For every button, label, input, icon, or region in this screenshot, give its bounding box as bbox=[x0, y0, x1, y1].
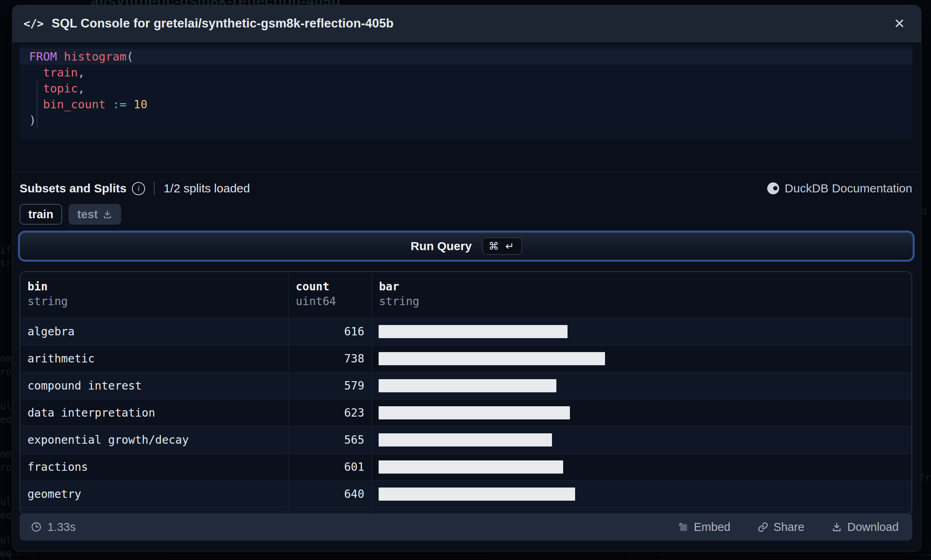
column-name: count bbox=[296, 279, 364, 294]
subsets-title: Subsets and Splits bbox=[20, 182, 126, 195]
background-fragment: d bbox=[921, 206, 927, 217]
info-icon[interactable]: i bbox=[132, 182, 145, 195]
bin-cell: compound interest bbox=[20, 372, 288, 399]
table-row[interactable]: arithmetic738 bbox=[20, 345, 911, 372]
download-icon bbox=[831, 522, 842, 533]
background-fragment: ro bbox=[0, 366, 12, 378]
background-fragment: ul bbox=[0, 535, 12, 546]
clock-icon bbox=[31, 521, 42, 533]
column-header-bar[interactable]: bar string bbox=[371, 272, 911, 318]
column-header-count[interactable]: count uint64 bbox=[288, 272, 371, 318]
table-row[interactable]: geometry640 bbox=[20, 480, 911, 507]
count-cell: 579 bbox=[288, 372, 371, 399]
split-train-label: train bbox=[28, 208, 53, 221]
splits-loaded-status: 1/2 splits loaded bbox=[163, 182, 250, 195]
bin-cell: arithmetic bbox=[20, 345, 288, 372]
table-row[interactable]: fractions601 bbox=[20, 453, 911, 480]
download-button[interactable]: Download bbox=[829, 520, 901, 534]
count-cell: 565 bbox=[288, 427, 371, 453]
code-line: ) bbox=[20, 112, 912, 128]
histogram-bar bbox=[379, 406, 570, 419]
modal-title: SQL Console for gretelai/synthetic-gsm8k… bbox=[52, 16, 892, 31]
splits-row: train test bbox=[20, 204, 121, 225]
histogram-bar bbox=[379, 379, 556, 392]
background-fragment: om bbox=[0, 448, 12, 460]
embed-icon bbox=[678, 522, 689, 533]
background-fragment: tr bbox=[0, 258, 12, 269]
bin-cell: data interpretation bbox=[20, 399, 288, 426]
split-button-train[interactable]: train bbox=[20, 204, 62, 225]
bar-cell bbox=[371, 345, 911, 372]
embed-label: Embed bbox=[694, 521, 731, 534]
share-link-icon bbox=[758, 522, 768, 533]
table-header-row: bin string count uint64 bar string bbox=[20, 272, 911, 318]
section-divider bbox=[12, 172, 921, 172]
duration-value: 1.33s bbox=[47, 521, 76, 534]
code-line: FROM histogram( bbox=[20, 49, 912, 65]
code-line: train, bbox=[20, 65, 912, 80]
results-footer: 1.33s Embed Share Down bbox=[20, 513, 912, 540]
background-dashed-divider bbox=[0, 554, 931, 555]
background-fragment: ul bbox=[0, 401, 12, 412]
table-row[interactable]: data interpretation623 bbox=[20, 399, 911, 426]
modal-header: </> SQL Console for gretelai/synthetic-g… bbox=[12, 5, 921, 42]
column-name: bar bbox=[379, 279, 904, 294]
embed-button[interactable]: Embed bbox=[676, 520, 733, 534]
duckdb-documentation-link[interactable]: DuckDB Documentation bbox=[767, 182, 912, 195]
background-fragment: if bbox=[0, 245, 12, 256]
column-type: uint64 bbox=[296, 294, 364, 309]
bar-cell bbox=[371, 481, 911, 507]
table-row[interactable]: compound interest579 bbox=[20, 372, 911, 399]
bin-cell: algebra bbox=[20, 318, 288, 345]
bar-cell bbox=[371, 372, 911, 399]
run-query-button[interactable]: Run Query ⌘ ↵ bbox=[18, 231, 915, 262]
split-button-test[interactable]: test bbox=[69, 204, 122, 225]
histogram-bar bbox=[379, 488, 575, 501]
bar-cell bbox=[371, 454, 911, 480]
sql-console-modal: </> SQL Console for gretelai/synthetic-g… bbox=[12, 5, 921, 552]
background-fragment: eq bbox=[0, 548, 12, 559]
code-line: topic, bbox=[20, 80, 912, 96]
bar-cell bbox=[371, 318, 911, 345]
duckdb-logo-icon bbox=[767, 182, 779, 194]
bar-cell bbox=[371, 427, 911, 453]
bin-cell: exponential growth/decay bbox=[20, 427, 288, 453]
table-row[interactable]: algebra616 bbox=[20, 318, 911, 345]
bar-cell bbox=[371, 399, 911, 426]
column-name: bin bbox=[27, 279, 281, 294]
histogram-bar bbox=[379, 433, 552, 446]
table-row[interactable]: exponential growth/decay565 bbox=[20, 426, 911, 453]
background-fragment: eq bbox=[0, 510, 12, 521]
share-label: Share bbox=[774, 521, 804, 534]
column-type: string bbox=[27, 294, 281, 309]
histogram-bar bbox=[379, 460, 563, 474]
histogram-bar bbox=[379, 352, 605, 365]
count-cell: 640 bbox=[288, 481, 371, 507]
results-table: bin string count uint64 bar string algeb… bbox=[20, 271, 912, 515]
indent-guide bbox=[37, 81, 37, 128]
run-query-label: Run Query bbox=[411, 239, 471, 253]
close-icon[interactable]: ✕ bbox=[892, 14, 908, 33]
keyboard-shortcut-badge: ⌘ ↵ bbox=[482, 237, 522, 255]
subsets-and-splits-row: Subsets and Splits i 1/2 splits loaded D… bbox=[20, 176, 912, 200]
background-fragment: om bbox=[0, 353, 12, 364]
sql-editor[interactable]: FROM histogram( train, topic, bin_count … bbox=[20, 45, 912, 139]
column-type: string bbox=[379, 294, 904, 309]
code-icon: </> bbox=[24, 17, 44, 30]
count-cell: 623 bbox=[288, 399, 371, 426]
background-fragment: ul bbox=[0, 496, 12, 507]
column-header-bin[interactable]: bin string bbox=[20, 272, 288, 318]
split-test-label: test bbox=[77, 208, 98, 221]
background-fragment: ro bbox=[0, 462, 12, 473]
code-line: bin_count := 10 bbox=[20, 96, 912, 112]
background-fragment: eq bbox=[0, 414, 12, 425]
count-cell: 601 bbox=[288, 454, 371, 480]
download-label: Download bbox=[847, 521, 899, 534]
count-cell: 616 bbox=[288, 318, 371, 345]
share-button[interactable]: Share bbox=[755, 520, 807, 534]
divider bbox=[154, 181, 155, 196]
duckdb-documentation-label: DuckDB Documentation bbox=[785, 182, 912, 195]
count-cell: 738 bbox=[288, 345, 371, 372]
download-icon bbox=[102, 210, 112, 219]
query-duration: 1.33s bbox=[31, 521, 76, 534]
